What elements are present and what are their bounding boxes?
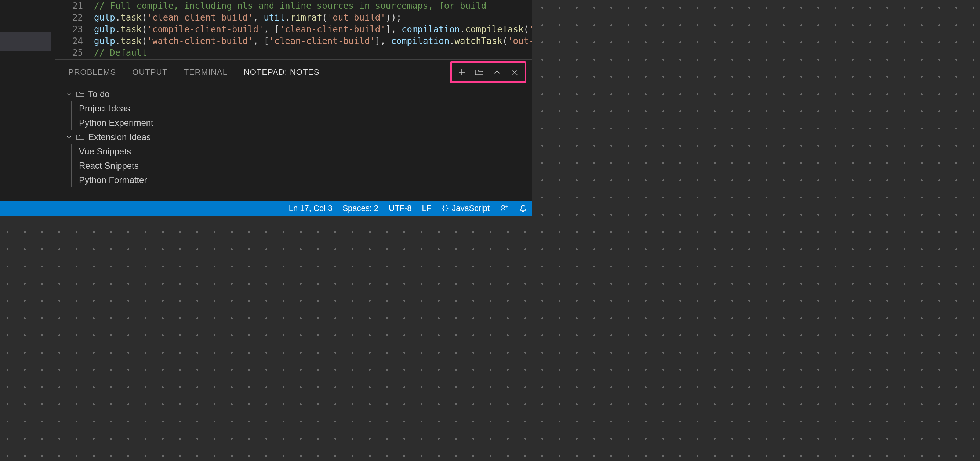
notes-tree: To doProject IdeasPython ExperimentExten… bbox=[55, 85, 532, 187]
status-language[interactable]: JavaScript bbox=[442, 204, 490, 213]
folder-icon bbox=[76, 91, 84, 98]
braces-icon bbox=[442, 204, 449, 212]
tree-note-item[interactable]: React Snippets bbox=[79, 158, 532, 173]
tab-terminal[interactable]: TERMINAL bbox=[184, 68, 228, 77]
panel-actions-highlighted bbox=[450, 61, 527, 83]
status-bar: Ln 17, Col 3 Spaces: 2 UTF-8 LF JavaScri… bbox=[0, 201, 532, 215]
tree-folder-label: Extension Ideas bbox=[88, 132, 151, 142]
tree-note-item[interactable]: Python Experiment bbox=[79, 116, 532, 130]
code-line[interactable]: gulp.task('watch-client-build', ['clean-… bbox=[94, 35, 532, 47]
code-line[interactable]: // Full compile, including nls and inlin… bbox=[94, 0, 532, 12]
new-note-icon[interactable] bbox=[457, 68, 466, 77]
chevron-down-icon bbox=[65, 91, 73, 97]
new-folder-icon[interactable] bbox=[474, 68, 484, 77]
editor[interactable]: 212223242526 // Full compile, including … bbox=[55, 0, 532, 59]
tab-problems[interactable]: PROBLEMS bbox=[68, 68, 116, 77]
editor-gutter: 212223242526 bbox=[55, 0, 94, 59]
line-number: 25 bbox=[55, 47, 83, 59]
panel: PROBLEMS OUTPUT TERMINAL NOTEPAD: NOTES bbox=[55, 59, 532, 215]
sidebar-selection bbox=[0, 32, 51, 51]
close-panel-icon[interactable] bbox=[510, 68, 519, 77]
collapse-panel-icon[interactable] bbox=[492, 68, 502, 77]
panel-tab-bar: PROBLEMS OUTPUT TERMINAL NOTEPAD: NOTES bbox=[55, 60, 532, 85]
line-number: 26 bbox=[55, 59, 83, 59]
tree-folder-label: To do bbox=[88, 89, 110, 100]
tab-notepad[interactable]: NOTEPAD: NOTES bbox=[244, 68, 320, 81]
line-number: 22 bbox=[55, 12, 83, 24]
status-feedback-icon[interactable] bbox=[500, 204, 509, 213]
line-number: 24 bbox=[55, 35, 83, 47]
status-eol[interactable]: LF bbox=[422, 204, 432, 213]
code-line[interactable]: gulp.task('clean-client-build', util.rim… bbox=[94, 12, 532, 24]
folder-icon bbox=[76, 134, 84, 141]
vscode-window: 212223242526 // Full compile, including … bbox=[0, 0, 532, 215]
status-language-label: JavaScript bbox=[452, 204, 490, 213]
tree-note-item[interactable]: Project Ideas bbox=[79, 101, 532, 116]
tree-note-item[interactable]: Vue Snippets bbox=[79, 144, 532, 158]
status-notifications-icon[interactable] bbox=[519, 204, 527, 212]
tree-note-item[interactable]: Python Formatter bbox=[79, 173, 532, 187]
editor-content[interactable]: // Full compile, including nls and inlin… bbox=[94, 0, 532, 59]
code-line[interactable]: // Default bbox=[94, 47, 532, 59]
svg-point-6 bbox=[502, 205, 505, 208]
tree-folder[interactable]: To do bbox=[65, 87, 532, 101]
status-encoding[interactable]: UTF-8 bbox=[389, 204, 412, 213]
tab-output[interactable]: OUTPUT bbox=[132, 68, 167, 77]
status-indentation[interactable]: Spaces: 2 bbox=[342, 204, 379, 213]
code-line[interactable]: gulp.task('compile-client-build', ['clea… bbox=[94, 24, 532, 35]
line-number: 21 bbox=[55, 0, 83, 12]
tree-folder[interactable]: Extension Ideas bbox=[65, 130, 532, 144]
status-cursor-position[interactable]: Ln 17, Col 3 bbox=[289, 204, 332, 213]
line-number: 23 bbox=[55, 24, 83, 35]
chevron-down-icon bbox=[65, 134, 73, 140]
